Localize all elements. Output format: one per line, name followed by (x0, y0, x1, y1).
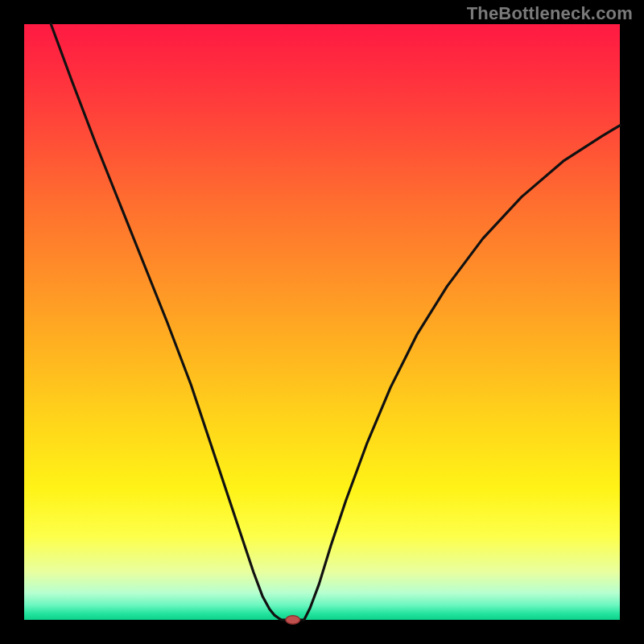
chart-stage: TheBottleneck.com (0, 0, 644, 644)
bottleneck-chart (0, 0, 644, 644)
plot-background (24, 24, 620, 620)
min-marker (286, 616, 300, 624)
watermark-text: TheBottleneck.com (467, 3, 633, 24)
